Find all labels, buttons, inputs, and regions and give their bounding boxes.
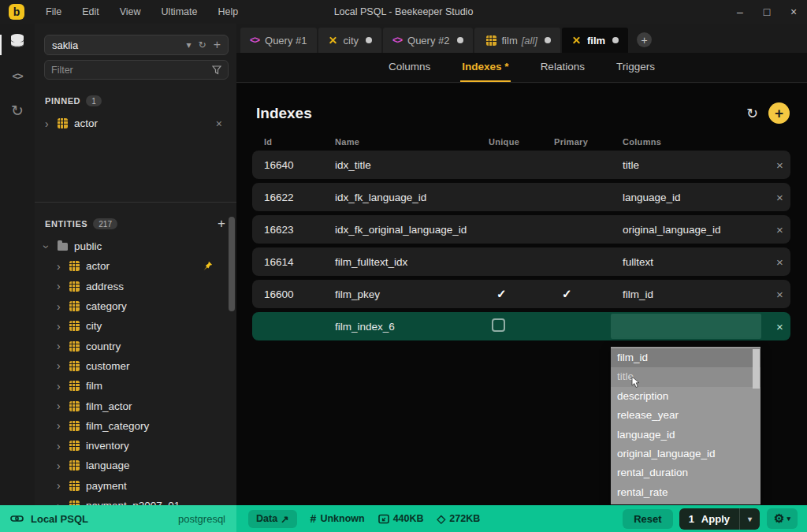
data-link-button[interactable]: Data ↗ (248, 510, 297, 528)
remove-index-icon[interactable]: × (776, 320, 798, 333)
sidebar-item-address[interactable]: › address (35, 277, 236, 296)
maximize-button[interactable]: □ (753, 0, 780, 24)
refresh-indexes-icon[interactable]: ↻ (746, 105, 758, 122)
chevron-right-icon[interactable]: › (57, 280, 67, 292)
unique-checkbox[interactable] (492, 318, 505, 332)
sidebar-item-language[interactable]: › language (35, 456, 236, 475)
sidebar-item-film[interactable]: › film (35, 376, 236, 396)
sidebar-item-customer[interactable]: › customer (35, 356, 236, 376)
index-name: idx_title (335, 159, 489, 171)
remove-index-icon[interactable]: × (776, 255, 798, 269)
new-tab-button[interactable]: + (637, 32, 652, 47)
tab-film-all[interactable]: film [all] (474, 28, 560, 53)
reset-button[interactable]: Reset (623, 509, 672, 529)
menu-view[interactable]: View (110, 0, 151, 24)
add-connection-icon[interactable]: + (214, 38, 221, 52)
table-row[interactable]: 16614 film_fulltext_idx fulltext × (252, 247, 790, 276)
sidebar-item-film-actor[interactable]: › film_actor (35, 396, 236, 415)
table-icon (69, 381, 80, 391)
menu-file[interactable]: File (35, 0, 72, 24)
subtab-indexes[interactable]: Indexes * (460, 53, 510, 82)
chevron-down-icon[interactable]: › (40, 244, 53, 248)
chevron-right-icon[interactable]: › (57, 459, 67, 472)
tab-query-1[interactable]: <> Query #1 (240, 28, 317, 53)
entity-filter[interactable] (44, 60, 229, 80)
add-entity-icon[interactable]: + (218, 219, 225, 229)
sidebar-item-actor[interactable]: › actor (35, 256, 236, 276)
dropdown-option-release-year[interactable]: release_year (611, 406, 761, 425)
sidebar-item-payment[interactable]: › payment (35, 476, 236, 496)
database-icon (9, 33, 26, 49)
apply-button[interactable]: Apply (694, 508, 739, 530)
sidebar-item-film-category[interactable]: › film_category (35, 416, 236, 436)
table-icon (69, 481, 80, 491)
chevron-right-icon[interactable]: › (57, 260, 67, 273)
sidebar-item-country[interactable]: › country (35, 336, 236, 355)
table-row[interactable]: 16622 idx_fk_language_id language_id × (252, 183, 790, 211)
apply-button-group[interactable]: 1 Apply ▾ (679, 508, 760, 530)
remove-index-icon[interactable]: × (776, 158, 798, 172)
dropdown-option-rental-duration[interactable]: rental_duration (611, 463, 761, 482)
pinned-item-actor[interactable]: › actor × (35, 113, 236, 133)
chevron-right-icon[interactable]: › (45, 117, 55, 130)
close-button[interactable]: × (780, 0, 807, 24)
pin-icon[interactable] (203, 261, 213, 271)
tables-panel-icon[interactable] (0, 24, 35, 58)
apply-caret-icon[interactable]: ▾ (740, 510, 760, 528)
pinned-section-header: PINNED 1 (45, 95, 225, 106)
queries-panel-icon[interactable]: <> (0, 58, 35, 93)
filter-input[interactable] (51, 65, 212, 76)
dropdown-option-description[interactable]: description (611, 387, 761, 406)
dropdown-scrollbar[interactable] (753, 349, 760, 389)
sidebar-item-inventory[interactable]: › inventory (35, 436, 236, 456)
sidebar-scrollbar[interactable] (229, 217, 235, 311)
tab-query-2[interactable]: <> Query #2 (383, 28, 473, 53)
new-index-row[interactable]: film_index_6 × (252, 312, 790, 340)
menu-edit[interactable]: Edit (72, 0, 110, 24)
table-row[interactable]: 16623 idx_fk_original_language_id origin… (252, 215, 790, 244)
remove-index-icon[interactable]: × (776, 288, 798, 301)
minimize-button[interactable]: – (727, 0, 753, 24)
chevron-right-icon[interactable]: › (57, 440, 67, 452)
subtab-triggers[interactable]: Triggers (615, 53, 656, 82)
columns-select-input[interactable] (611, 314, 761, 339)
index-size-value: 272KB (449, 513, 480, 524)
table-row[interactable]: 16600 film_pkey ✓ ✓ film_id × (252, 280, 790, 308)
tab-film-structure[interactable]: film (562, 28, 628, 53)
schema-item-public[interactable]: › public (35, 236, 236, 256)
chevron-right-icon[interactable]: › (57, 380, 67, 392)
menu-help[interactable]: Help (207, 0, 248, 24)
chevron-right-icon[interactable]: › (57, 300, 67, 313)
history-panel-icon[interactable]: ↻ (0, 93, 35, 128)
sidebar-item-category[interactable]: › category (35, 296, 236, 316)
remove-index-icon[interactable]: × (776, 223, 798, 236)
chevron-right-icon[interactable]: › (57, 419, 67, 432)
menu-ultimate[interactable]: Ultimate (151, 0, 208, 24)
dropdown-option-film-id[interactable]: film_id (611, 348, 761, 367)
chevron-right-icon[interactable]: › (57, 340, 67, 352)
tab-city[interactable]: city (318, 28, 382, 53)
table-row[interactable]: 16640 idx_title title × (252, 151, 790, 179)
chevron-right-icon[interactable]: › (57, 479, 67, 492)
unpin-icon[interactable]: × (216, 117, 222, 130)
add-index-button[interactable]: + (768, 102, 790, 124)
remove-index-icon[interactable]: × (776, 191, 798, 204)
chevron-right-icon[interactable]: › (57, 359, 67, 372)
new-index-name[interactable]: film_index_6 (335, 321, 489, 333)
subtab-columns[interactable]: Columns (387, 53, 432, 82)
chevron-right-icon[interactable]: › (57, 320, 67, 333)
settings-button[interactable]: ⚙ ▾ (767, 508, 798, 529)
refresh-connection-icon[interactable]: ↻ (199, 39, 206, 50)
tools-icon (328, 35, 338, 46)
chevron-right-icon[interactable]: › (57, 400, 67, 412)
subtab-relations[interactable]: Relations (539, 53, 586, 82)
connection-select[interactable]: saklia ▾ ↻ + (44, 35, 229, 55)
chevron-down-icon[interactable]: ▾ (187, 39, 192, 50)
dropdown-option-rental-rate[interactable]: rental_rate (611, 483, 761, 502)
sidebar-item-city[interactable]: › city (35, 316, 236, 336)
column-header-name: Name (335, 137, 489, 147)
dropdown-option-original-language-id[interactable]: original_language_id (611, 445, 761, 463)
connection-name[interactable]: Local PSQL (31, 513, 88, 525)
dropdown-option-language-id[interactable]: language_id (611, 426, 761, 445)
dropdown-option-title[interactable]: title (611, 367, 761, 386)
